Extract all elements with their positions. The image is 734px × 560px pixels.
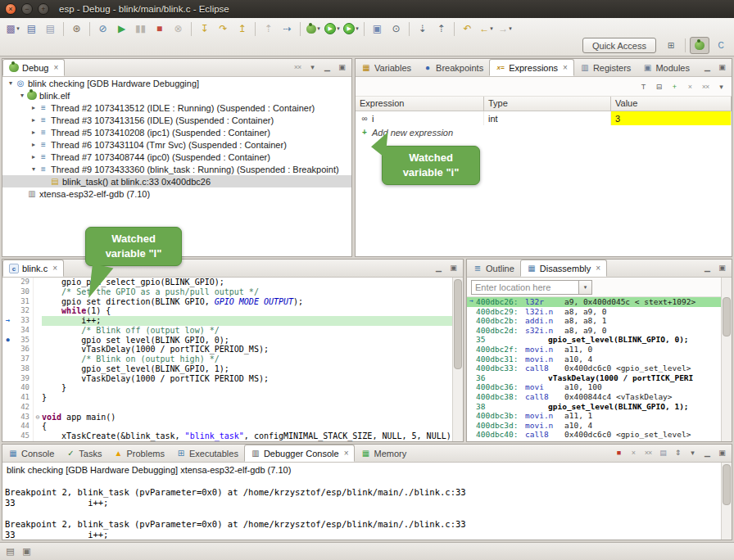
disassembly-row[interactable]: 39vTaskDelay(1000 / portTICK_PERI xyxy=(467,440,721,441)
tree-item[interactable]: ▸≡Thread #2 1073413512 (IDLE : Running) … xyxy=(2,102,351,114)
console-scrollbar[interactable] xyxy=(721,463,732,540)
code-line[interactable]: 29 gpio_pad_select_gpio(BLINK_GPIO); xyxy=(2,278,452,287)
column-header-type[interactable]: Type xyxy=(484,97,611,111)
tab-registers[interactable]: ▥Registers xyxy=(574,59,637,76)
add-expression-icon[interactable]: + xyxy=(668,80,681,93)
code-line[interactable]: 44{ xyxy=(2,422,452,431)
tree-item[interactable]: ▸≡Thread #7 1073408744 (ipc0) (Suspended… xyxy=(2,151,351,163)
editor-scrollbar[interactable] xyxy=(452,278,463,441)
save-all-icon[interactable]: ▤ xyxy=(42,20,59,38)
code-line[interactable]: 45 xTaskCreate(&blink_task, "blink_task"… xyxy=(2,431,452,441)
code-editor[interactable]: 29 gpio_pad_select_gpio(BLINK_GPIO);30 /… xyxy=(2,278,452,441)
show-type-names-icon[interactable]: T xyxy=(637,80,650,93)
minimize-icon[interactable]: ▁ xyxy=(320,61,333,74)
skip-breakpoints-icon[interactable]: ⊘ xyxy=(94,20,111,38)
editor-scrollbar-thumb[interactable] xyxy=(454,279,462,369)
tab-tasks[interactable]: ✓Tasks xyxy=(60,445,107,462)
tree-item[interactable]: ▾blink.elf xyxy=(2,89,351,102)
disassembly-row[interactable]: 400dbc33:call80x400dc6c0 <gpio_set_level… xyxy=(467,364,721,373)
close-icon[interactable]: × xyxy=(596,264,600,273)
disassembly-row[interactable]: →400dbc26:l32ra9, 0x400d045c < stext+109… xyxy=(467,297,721,307)
expander-icon[interactable]: ▸ xyxy=(29,104,39,111)
expander-icon[interactable]: ▸ xyxy=(29,129,39,136)
tree-item[interactable]: ▤blink_task() at blink.c:33 0x400dbc26 xyxy=(2,175,351,187)
forward-icon[interactable]: →▾ xyxy=(496,20,514,38)
close-button[interactable]: × xyxy=(5,3,16,15)
tab-expressions[interactable]: x=Expressions× xyxy=(489,59,574,76)
close-icon[interactable]: × xyxy=(344,449,349,458)
maximize-icon[interactable]: ▣ xyxy=(715,446,728,459)
expressions-table-body[interactable]: ∞iint3 xyxy=(356,111,732,125)
disassembly-row[interactable]: 38gpio_set_level(BLINK_GPIO, 1); xyxy=(467,402,721,412)
build-icon[interactable]: ⊛ xyxy=(68,20,85,38)
code-line[interactable]: 32 while(1) { xyxy=(2,306,452,316)
code-line[interactable]: 34 /* Blink off (output low) */ xyxy=(2,326,452,336)
location-dropdown-icon[interactable]: ▾ xyxy=(579,280,592,295)
expander-icon[interactable]: ▸ xyxy=(29,116,39,124)
tab-modules[interactable]: ▣Modules xyxy=(637,59,695,76)
last-edit-location-icon[interactable]: ↶ xyxy=(459,20,476,38)
terminate-icon[interactable]: ■ xyxy=(612,446,625,459)
quick-access-button[interactable]: Quick Access xyxy=(582,38,656,53)
tree-item[interactable]: ▾≡Thread #9 1073433360 (blink_task : Run… xyxy=(2,163,351,175)
maximize-icon[interactable]: ▣ xyxy=(715,61,728,74)
tab-variables[interactable]: ▦Variables xyxy=(356,59,417,76)
step-into-icon[interactable]: ↧ xyxy=(196,20,213,38)
suspend-icon[interactable]: ▮▮ xyxy=(132,20,149,38)
terminate-icon[interactable]: ■ xyxy=(151,20,168,38)
tab-outline[interactable]: ≣Outline xyxy=(467,260,520,277)
add-expression-row[interactable]: + Add new expression xyxy=(356,125,732,139)
disassembly-row[interactable]: 400dbc3b:movi.na11, 1 xyxy=(467,411,721,421)
tab-memory[interactable]: ▦Memory xyxy=(355,445,412,462)
close-icon[interactable]: × xyxy=(563,63,568,72)
code-line[interactable]: 38 gpio_set_level(BLINK_GPIO, 1); xyxy=(2,364,452,374)
expander-icon[interactable]: ▸ xyxy=(29,141,39,148)
new-c-project-icon[interactable]: ▣ xyxy=(369,20,386,38)
tab-disassembly[interactable]: ▦Disassembly× xyxy=(520,260,607,277)
disconnect-icon[interactable]: ⊗ xyxy=(170,20,187,38)
remove-all-terminated-icon[interactable]: ×× xyxy=(291,61,304,74)
disassembly-row[interactable]: 400dbc29:l32i.na8, a9, 0 xyxy=(467,307,721,317)
fast-view-bar-icon[interactable]: ▤ xyxy=(3,545,16,558)
new-wizard-icon[interactable]: ▩▾ xyxy=(4,20,21,38)
tab-breakpoints[interactable]: ●Breakpoints xyxy=(417,59,489,76)
remove-all-launches-icon[interactable]: ×× xyxy=(641,446,655,459)
tab-executables[interactable]: ⊞Executables xyxy=(170,445,244,462)
disassembly-row[interactable]: 400dbc3d:movi.na10, 4 xyxy=(467,421,721,431)
previous-annotation-icon[interactable]: ⇡ xyxy=(433,20,450,38)
next-annotation-icon[interactable]: ⇣ xyxy=(414,20,431,38)
close-icon[interactable]: × xyxy=(52,264,57,273)
console-output[interactable]: Breakpoint 2, blink_task (pvParameter=0x… xyxy=(2,476,721,540)
scroll-lock-icon[interactable]: ⇕ xyxy=(671,446,684,459)
run-icon[interactable]: ▶▾ xyxy=(324,20,341,38)
tab-debugger-console[interactable]: ▥Debugger Console× xyxy=(244,445,356,462)
debug-perspective-button[interactable] xyxy=(690,37,709,54)
code-line[interactable]: 37 /* Blink on (output high) */ xyxy=(2,355,452,364)
breakpoint-icon[interactable]: ● xyxy=(2,336,13,345)
minimize-icon[interactable]: ▁ xyxy=(700,61,714,74)
fold-marker-icon[interactable]: ⊖ xyxy=(33,413,42,422)
disassembly-row[interactable]: 400dbc38:call80x400844c4 <vTaskDelay> xyxy=(467,392,721,402)
code-line[interactable]: 30 /* Set the GPIO as a push/pull output… xyxy=(2,287,452,297)
expander-icon[interactable]: ▾ xyxy=(29,165,39,173)
tab-problems[interactable]: ▲Problems xyxy=(107,445,170,462)
disassembly-row[interactable]: 36vTaskDelay(1000 / portTICK_PERI xyxy=(467,373,721,383)
column-header-expression[interactable]: Expression xyxy=(356,97,484,111)
tab-blink-c[interactable]: c blink.c × xyxy=(2,260,64,277)
remove-launch-icon[interactable]: × xyxy=(627,446,640,459)
maximize-icon[interactable]: ▣ xyxy=(715,261,728,274)
disassembly-listing[interactable]: →400dbc26:l32ra9, 0x400d045c < stext+109… xyxy=(467,297,721,441)
disassembly-row[interactable]: 400dbc31:movi.na10, 4 xyxy=(467,355,721,364)
maximize-button[interactable]: + xyxy=(38,3,49,15)
c-cpp-perspective-button[interactable]: C xyxy=(711,37,731,54)
search-icon[interactable]: ⊙ xyxy=(387,20,405,38)
resume-icon[interactable]: ▶ xyxy=(113,20,130,38)
code-line[interactable]: ●35 gpio_set_level(BLINK_GPIO, 0); xyxy=(2,336,452,345)
tree-item[interactable]: ▸≡Thread #5 1073410208 (ipc1) (Suspended… xyxy=(2,126,351,138)
tree-item[interactable]: ▾◎blink checking [GDB Hardware Debugging… xyxy=(2,77,351,89)
tab-console[interactable]: ▦Console xyxy=(2,445,60,462)
code-line[interactable]: 36 vTaskDelay(1000 / portTICK_PERIOD_MS)… xyxy=(2,345,452,355)
remove-expression-icon[interactable]: × xyxy=(683,80,696,93)
back-icon[interactable]: ←▾ xyxy=(478,20,495,38)
disassembly-row[interactable]: 35gpio_set_level(BLINK_GPIO, 0); xyxy=(467,335,721,345)
